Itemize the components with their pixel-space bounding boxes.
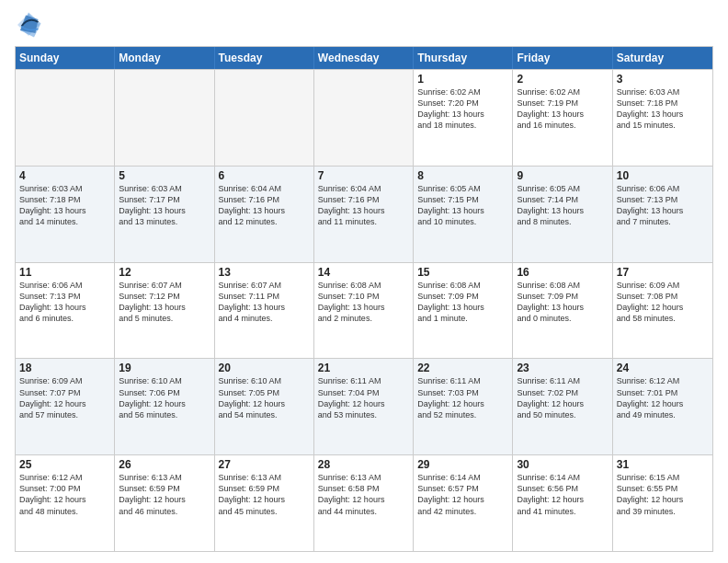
- cell-info: Sunrise: 6:09 AM Sunset: 7:07 PM Dayligh…: [19, 375, 110, 420]
- day-number: 6: [219, 169, 310, 182]
- day-number: 9: [517, 169, 608, 182]
- cell-info: Sunrise: 6:13 AM Sunset: 6:59 PM Dayligh…: [119, 472, 210, 517]
- day-cell-25: 25Sunrise: 6:12 AM Sunset: 7:00 PM Dayli…: [16, 455, 115, 551]
- day-number: 19: [119, 362, 210, 374]
- day-cell-29: 29Sunrise: 6:14 AM Sunset: 6:57 PM Dayli…: [414, 455, 513, 551]
- day-number: 15: [417, 266, 508, 279]
- empty-cell: [115, 70, 214, 166]
- calendar-body: 1Sunrise: 6:02 AM Sunset: 7:20 PM Daylig…: [16, 69, 712, 551]
- day-cell-31: 31Sunrise: 6:15 AM Sunset: 6:55 PM Dayli…: [613, 455, 712, 551]
- day-cell-15: 15Sunrise: 6:08 AM Sunset: 7:09 PM Dayli…: [414, 263, 513, 359]
- header-day-saturday: Saturday: [613, 47, 712, 69]
- day-cell-17: 17Sunrise: 6:09 AM Sunset: 7:08 PM Dayli…: [613, 263, 712, 359]
- cell-info: Sunrise: 6:08 AM Sunset: 7:10 PM Dayligh…: [318, 280, 409, 325]
- cell-info: Sunrise: 6:03 AM Sunset: 7:18 PM Dayligh…: [19, 183, 110, 228]
- logo: [15, 11, 46, 39]
- day-number: 11: [19, 266, 110, 279]
- header-day-monday: Monday: [115, 47, 214, 69]
- header-day-sunday: Sunday: [16, 47, 115, 69]
- day-number: 27: [219, 458, 310, 471]
- header-day-friday: Friday: [513, 47, 612, 69]
- cell-info: Sunrise: 6:09 AM Sunset: 7:08 PM Dayligh…: [617, 280, 709, 325]
- cell-info: Sunrise: 6:11 AM Sunset: 7:04 PM Dayligh…: [318, 375, 409, 420]
- cell-info: Sunrise: 6:04 AM Sunset: 7:16 PM Dayligh…: [318, 183, 409, 228]
- day-cell-6: 6Sunrise: 6:04 AM Sunset: 7:16 PM Daylig…: [215, 167, 314, 262]
- day-cell-30: 30Sunrise: 6:14 AM Sunset: 6:56 PM Dayli…: [513, 455, 612, 551]
- day-number: 13: [219, 266, 310, 279]
- day-number: 28: [318, 458, 409, 471]
- day-number: 4: [19, 169, 110, 182]
- day-cell-19: 19Sunrise: 6:10 AM Sunset: 7:06 PM Dayli…: [115, 359, 214, 454]
- cell-info: Sunrise: 6:05 AM Sunset: 7:14 PM Dayligh…: [517, 183, 608, 228]
- day-cell-12: 12Sunrise: 6:07 AM Sunset: 7:12 PM Dayli…: [115, 263, 214, 359]
- day-cell-1: 1Sunrise: 6:02 AM Sunset: 7:20 PM Daylig…: [414, 70, 513, 166]
- day-cell-3: 3Sunrise: 6:03 AM Sunset: 7:18 PM Daylig…: [613, 70, 712, 166]
- day-number: 23: [517, 362, 608, 374]
- cell-info: Sunrise: 6:07 AM Sunset: 7:12 PM Dayligh…: [119, 280, 210, 325]
- cell-info: Sunrise: 6:10 AM Sunset: 7:06 PM Dayligh…: [119, 375, 210, 420]
- cell-info: Sunrise: 6:13 AM Sunset: 6:59 PM Dayligh…: [219, 472, 310, 517]
- cell-info: Sunrise: 6:07 AM Sunset: 7:11 PM Dayligh…: [219, 280, 310, 325]
- day-cell-13: 13Sunrise: 6:07 AM Sunset: 7:11 PM Dayli…: [215, 263, 314, 359]
- day-number: 14: [318, 266, 409, 279]
- cell-info: Sunrise: 6:02 AM Sunset: 7:19 PM Dayligh…: [517, 86, 608, 132]
- day-cell-20: 20Sunrise: 6:10 AM Sunset: 7:05 PM Dayli…: [215, 359, 314, 454]
- calendar-row-3: 18Sunrise: 6:09 AM Sunset: 7:07 PM Dayli…: [16, 358, 712, 454]
- cell-info: Sunrise: 6:12 AM Sunset: 7:01 PM Dayligh…: [617, 375, 709, 420]
- day-cell-23: 23Sunrise: 6:11 AM Sunset: 7:02 PM Dayli…: [513, 359, 612, 454]
- day-number: 25: [19, 458, 110, 471]
- calendar: SundayMondayTuesdayWednesdayThursdayFrid…: [15, 46, 713, 552]
- cell-info: Sunrise: 6:11 AM Sunset: 7:02 PM Dayligh…: [517, 375, 608, 420]
- cell-info: Sunrise: 6:14 AM Sunset: 6:56 PM Dayligh…: [517, 472, 608, 517]
- cell-info: Sunrise: 6:10 AM Sunset: 7:05 PM Dayligh…: [219, 375, 310, 420]
- day-cell-9: 9Sunrise: 6:05 AM Sunset: 7:14 PM Daylig…: [513, 167, 612, 262]
- cell-info: Sunrise: 6:14 AM Sunset: 6:57 PM Dayligh…: [417, 472, 508, 517]
- day-number: 2: [517, 73, 608, 86]
- day-number: 18: [19, 362, 110, 374]
- day-number: 5: [119, 169, 210, 182]
- cell-info: Sunrise: 6:08 AM Sunset: 7:09 PM Dayligh…: [517, 280, 608, 325]
- page-container: SundayMondayTuesdayWednesdayThursdayFrid…: [0, 0, 728, 563]
- day-number: 20: [219, 362, 310, 374]
- header-day-tuesday: Tuesday: [215, 47, 314, 69]
- cell-info: Sunrise: 6:06 AM Sunset: 7:13 PM Dayligh…: [617, 183, 709, 228]
- day-number: 26: [119, 458, 210, 471]
- cell-info: Sunrise: 6:15 AM Sunset: 6:55 PM Dayligh…: [617, 472, 709, 517]
- logo-icon: [15, 11, 42, 39]
- day-cell-24: 24Sunrise: 6:12 AM Sunset: 7:01 PM Dayli…: [613, 359, 712, 454]
- day-number: 22: [417, 362, 508, 374]
- day-cell-14: 14Sunrise: 6:08 AM Sunset: 7:10 PM Dayli…: [314, 263, 414, 359]
- day-cell-27: 27Sunrise: 6:13 AM Sunset: 6:59 PM Dayli…: [215, 455, 314, 551]
- day-cell-7: 7Sunrise: 6:04 AM Sunset: 7:16 PM Daylig…: [314, 167, 414, 262]
- day-number: 10: [617, 169, 709, 182]
- cell-info: Sunrise: 6:02 AM Sunset: 7:20 PM Dayligh…: [417, 86, 508, 132]
- cell-info: Sunrise: 6:03 AM Sunset: 7:17 PM Dayligh…: [119, 183, 210, 228]
- day-number: 1: [417, 73, 508, 86]
- cell-info: Sunrise: 6:12 AM Sunset: 7:00 PM Dayligh…: [19, 472, 110, 517]
- day-number: 29: [417, 458, 508, 471]
- calendar-row-2: 11Sunrise: 6:06 AM Sunset: 7:13 PM Dayli…: [16, 262, 712, 359]
- calendar-row-1: 4Sunrise: 6:03 AM Sunset: 7:18 PM Daylig…: [16, 166, 712, 262]
- cell-info: Sunrise: 6:05 AM Sunset: 7:15 PM Dayligh…: [417, 183, 508, 228]
- day-cell-8: 8Sunrise: 6:05 AM Sunset: 7:15 PM Daylig…: [414, 167, 513, 262]
- cell-info: Sunrise: 6:04 AM Sunset: 7:16 PM Dayligh…: [219, 183, 310, 228]
- day-cell-21: 21Sunrise: 6:11 AM Sunset: 7:04 PM Dayli…: [314, 359, 414, 454]
- day-cell-18: 18Sunrise: 6:09 AM Sunset: 7:07 PM Dayli…: [16, 359, 115, 454]
- day-number: 8: [417, 169, 508, 182]
- day-number: 17: [617, 266, 709, 279]
- cell-info: Sunrise: 6:13 AM Sunset: 6:58 PM Dayligh…: [318, 472, 409, 517]
- day-cell-28: 28Sunrise: 6:13 AM Sunset: 6:58 PM Dayli…: [314, 455, 414, 551]
- day-cell-11: 11Sunrise: 6:06 AM Sunset: 7:13 PM Dayli…: [16, 263, 115, 359]
- day-number: 24: [617, 362, 709, 374]
- day-number: 12: [119, 266, 210, 279]
- calendar-row-4: 25Sunrise: 6:12 AM Sunset: 7:00 PM Dayli…: [16, 454, 712, 551]
- calendar-row-0: 1Sunrise: 6:02 AM Sunset: 7:20 PM Daylig…: [16, 69, 712, 166]
- day-cell-16: 16Sunrise: 6:08 AM Sunset: 7:09 PM Dayli…: [513, 263, 612, 359]
- page-header: [15, 11, 713, 39]
- day-cell-26: 26Sunrise: 6:13 AM Sunset: 6:59 PM Dayli…: [115, 455, 214, 551]
- day-number: 31: [617, 458, 709, 471]
- cell-info: Sunrise: 6:08 AM Sunset: 7:09 PM Dayligh…: [417, 280, 508, 325]
- day-cell-4: 4Sunrise: 6:03 AM Sunset: 7:18 PM Daylig…: [16, 167, 115, 262]
- day-number: 7: [318, 169, 409, 182]
- day-number: 21: [318, 362, 409, 374]
